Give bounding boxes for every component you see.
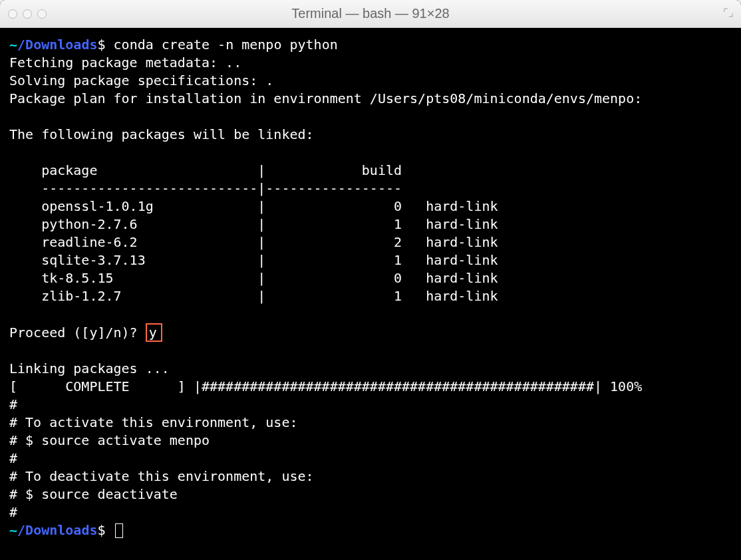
minimize-button[interactable] [23, 9, 32, 19]
close-button[interactable] [8, 9, 17, 19]
titlebar[interactable]: Terminal — bash — 91×28 [0, 0, 741, 28]
output-line: Fetching package metadata: .. [9, 55, 241, 70]
proceed-prompt: Proceed ([y]/n)? [9, 325, 138, 341]
comment-line: # $ source deactivate [9, 486, 178, 502]
comment-line: # $ source activate menpo [9, 432, 210, 448]
terminal-content[interactable]: ~/Downloads$ conda create -n menpo pytho… [0, 28, 741, 560]
package-row: readline-6.2 | 2 hard-link [9, 234, 498, 250]
table-header: package | build [9, 162, 402, 178]
prompt-path: /Downloads [17, 37, 97, 53]
package-row: python-2.7.6 | 1 hard-link [9, 216, 498, 232]
output-line: Linking packages ... [9, 360, 170, 376]
comment-line: # To activate this environment, use: [9, 414, 297, 430]
comment-line: # [9, 504, 17, 520]
package-row: zlib-1.2.7 | 1 hard-link [9, 288, 498, 304]
package-row: sqlite-3.7.13 | 1 hard-link [9, 252, 498, 268]
output-line: The following packages will be linked: [9, 126, 314, 142]
comment-line: # To deactivate this environment, use: [9, 468, 314, 484]
package-row: tk-8.5.15 | 0 hard-link [9, 270, 498, 286]
prompt-tilde: ~ [9, 37, 17, 53]
prompt-dollar: $ [97, 522, 105, 538]
comment-line: # [9, 450, 17, 466]
comment-line: # [9, 396, 17, 412]
zoom-button[interactable] [37, 9, 47, 19]
proceed-answer-highlight: y [146, 323, 162, 342]
traffic-lights [8, 9, 47, 19]
output-line: Package plan for installation in environ… [9, 90, 642, 106]
prompt-tilde: ~ [9, 522, 17, 538]
prompt-dollar: $ [97, 37, 105, 53]
progress-bar: [ COMPLETE ] |##########################… [9, 378, 642, 394]
cursor [115, 523, 123, 538]
prompt-path: /Downloads [17, 522, 97, 538]
expand-icon[interactable] [724, 8, 733, 20]
window-title: Terminal — bash — 91×28 [0, 6, 741, 21]
package-row: openssl-1.0.1g | 0 hard-link [9, 198, 498, 214]
table-divider: ---------------------------|------------… [9, 180, 402, 196]
command-text: conda create -n menpo python [114, 37, 338, 53]
output-line: Solving package specifications: . [9, 72, 273, 88]
terminal-window: Terminal — bash — 91×28 ~/Downloads$ con… [0, 0, 741, 560]
